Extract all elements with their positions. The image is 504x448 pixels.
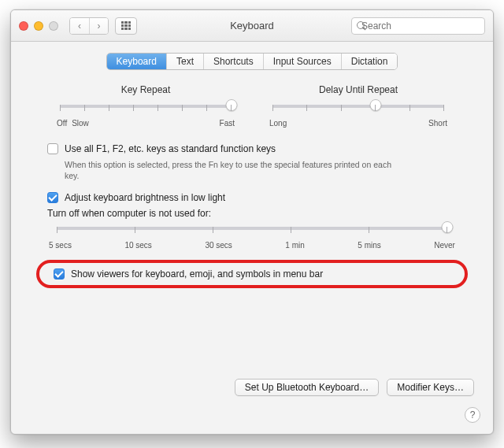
brightness-row: Adjust keyboard brightness in low light xyxy=(47,192,457,203)
fn-keys-row: Use all F1, F2, etc. keys as standard fu… xyxy=(47,143,457,154)
key-repeat-off: Off xyxy=(57,119,67,128)
fn-keys-checkbox[interactable] xyxy=(47,143,58,154)
delay-ticks xyxy=(272,105,444,111)
chevron-left-icon: ‹ xyxy=(78,20,81,31)
slider-row: Key Repeat Off Slow Fast Delay Until R xyxy=(47,84,457,128)
search-icon xyxy=(357,21,358,31)
bluetooth-keyboard-button[interactable]: Set Up Bluetooth Keyboard… xyxy=(235,379,379,396)
key-repeat-scale: Off Slow Fast xyxy=(57,119,235,128)
viewers-label: Show viewers for keyboard, emoji, and sy… xyxy=(71,268,323,280)
tab-segment: Keyboard Text Shortcuts Input Sources Di… xyxy=(106,53,398,70)
close-icon[interactable] xyxy=(19,21,28,31)
brightness-checkbox[interactable] xyxy=(47,192,58,203)
show-all-button[interactable] xyxy=(115,17,137,35)
turnoff-label: Turn off when computer is not used for: xyxy=(47,208,457,219)
key-repeat-fast: Fast xyxy=(220,119,235,128)
delay-scale: Long Short xyxy=(269,119,447,128)
delay-label: Delay Until Repeat xyxy=(268,84,449,95)
grid-icon xyxy=(121,21,131,31)
mark-5m: 5 mins xyxy=(358,241,380,250)
fn-keys-note: When this option is selected, press the … xyxy=(65,159,395,181)
chevron-right-icon: › xyxy=(98,20,101,31)
minimize-icon[interactable] xyxy=(34,21,43,31)
viewers-highlight: Show viewers for keyboard, emoji, and sy… xyxy=(47,265,457,283)
modifier-keys-button[interactable]: Modifier Keys… xyxy=(387,379,474,396)
key-repeat-slow: Slow xyxy=(72,119,89,128)
viewers-row: Show viewers for keyboard, emoji, and sy… xyxy=(54,268,450,280)
delay-slider: Delay Until Repeat Long Short xyxy=(268,84,449,128)
delay-long: Long xyxy=(269,119,287,128)
zoom-icon xyxy=(49,21,58,31)
turnoff-ticks xyxy=(57,227,447,233)
mark-1m: 1 min xyxy=(285,241,304,250)
viewers-checkbox[interactable] xyxy=(54,268,65,280)
mark-never: Never xyxy=(434,241,455,250)
turnoff-slider: 5 secs 10 secs 30 secs 1 min 5 mins Neve… xyxy=(49,227,455,250)
key-repeat-slider: Key Repeat Off Slow Fast xyxy=(55,84,236,128)
panel: Key Repeat Off Slow Fast Delay Until R xyxy=(11,70,493,292)
forward-button[interactable]: › xyxy=(89,18,108,34)
traffic-lights xyxy=(19,21,58,31)
tab-input-sources[interactable]: Input Sources xyxy=(263,54,341,69)
brightness-label: Adjust keyboard brightness in low light xyxy=(65,192,225,203)
help-button[interactable]: ? xyxy=(465,407,480,423)
mark-5s: 5 secs xyxy=(49,241,72,250)
window-body: Keyboard Text Shortcuts Input Sources Di… xyxy=(11,42,493,292)
delay-short: Short xyxy=(428,119,447,128)
search-field[interactable] xyxy=(351,17,485,35)
fn-keys-label: Use all F1, F2, etc. keys as standard fu… xyxy=(65,143,276,154)
tab-text[interactable]: Text xyxy=(166,54,203,69)
mark-30s: 30 secs xyxy=(205,241,232,250)
key-repeat-ticks xyxy=(60,105,232,111)
titlebar: ‹ › Keyboard xyxy=(11,10,493,42)
key-repeat-label: Key Repeat xyxy=(55,84,236,95)
prefs-window: ‹ › Keyboard Keyboard Text Shortcuts Inp… xyxy=(10,9,494,435)
mark-10s: 10 secs xyxy=(124,241,151,250)
search-input[interactable] xyxy=(361,20,480,31)
tab-shortcuts[interactable]: Shortcuts xyxy=(203,54,263,69)
tab-dictation[interactable]: Dictation xyxy=(341,54,398,69)
tabs-row: Keyboard Text Shortcuts Input Sources Di… xyxy=(11,53,493,70)
back-button[interactable]: ‹ xyxy=(70,18,89,34)
tab-keyboard[interactable]: Keyboard xyxy=(107,54,166,69)
footer-buttons: Set Up Bluetooth Keyboard… Modifier Keys… xyxy=(216,379,493,396)
turnoff-marks: 5 secs 10 secs 30 secs 1 min 5 mins Neve… xyxy=(49,241,455,250)
nav-back-forward: ‹ › xyxy=(69,17,109,35)
